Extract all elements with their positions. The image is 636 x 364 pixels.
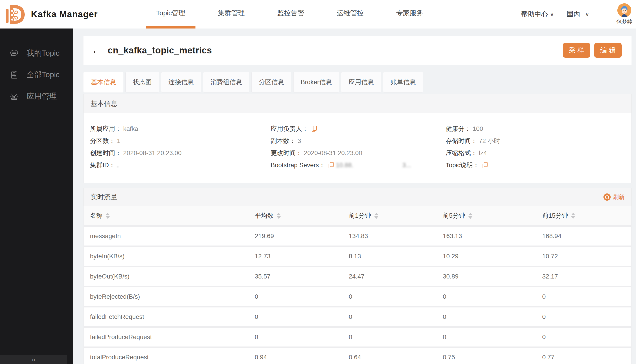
alarm-icon (10, 92, 19, 101)
column-header-name[interactable]: 名称 (90, 212, 255, 220)
help-center-label: 帮助中心 (521, 10, 548, 19)
top-right-controls: 帮助中心 ∨ 国内 ∨ 包梦婷 (521, 3, 636, 25)
sort-icon[interactable] (106, 213, 110, 219)
help-center-menu[interactable]: 帮助中心 ∨ (521, 10, 554, 19)
brand-logo[interactable]: Kafka Manager (3, 3, 98, 26)
basic-info-section-header: 基本信息 (84, 94, 632, 113)
tab-partition-info[interactable]: 分区信息 (251, 72, 291, 92)
table-header-row: 名称 平均数 前1分钟 前5分钟 前15分钟 (84, 206, 631, 227)
sidebar-item-label: 我的Topic (26, 48, 60, 58)
copy-icon[interactable] (328, 162, 334, 168)
chevron-down-icon: ∨ (550, 11, 554, 18)
field-retention-time: 存储时间： 72 小时 (446, 135, 631, 147)
tab-status-chart[interactable]: 状态图 (126, 72, 159, 92)
field-bootstrap-servers: Bootstrap Severs： 10.88. 3... (271, 159, 446, 171)
column-header-last-1min[interactable]: 前1分钟 (349, 212, 443, 220)
field-compression-format: 压缩格式： lz4 (446, 147, 631, 159)
sidebar-item-all-topic[interactable]: 全部Topic (0, 64, 73, 86)
copy-icon[interactable] (482, 162, 488, 168)
section-title: 基本信息 (90, 99, 117, 108)
field-modify-time: 更改时间： 2020-08-31 20:23:00 (271, 147, 446, 159)
page-title: cn_kafka_topic_metrics (108, 45, 212, 56)
top-navigation: Topic管理 集群管理 监控告警 运维管控 专家服务 (146, 0, 446, 28)
refresh-label: 刷新 (613, 193, 624, 201)
tab-basic-info[interactable]: 基本信息 (84, 72, 124, 92)
copy-icon[interactable] (311, 126, 317, 132)
sort-icon[interactable] (374, 213, 378, 219)
field-owner-app: 所属应用： kafka (90, 123, 271, 135)
edit-button[interactable]: 编 辑 (594, 43, 622, 58)
field-cluster-id: 集群ID： . (90, 159, 271, 171)
tab-billing-info[interactable]: 账单信息 (383, 72, 423, 92)
table-row: failedProduceRequest 0 0 0 0 (84, 328, 631, 348)
main-content: ← cn_kafka_topic_metrics 采 样 编 辑 基本信息 状态… (73, 28, 636, 364)
back-arrow-icon[interactable]: ← (92, 45, 102, 55)
tab-app-info[interactable]: 应用信息 (341, 72, 381, 92)
field-partition-count: 分区数： 1 (90, 135, 271, 147)
user-name: 包梦婷 (616, 18, 632, 25)
topic-title-card: ← cn_kafka_topic_metrics 采 样 编 辑 (84, 36, 632, 65)
table-row: totalProduceRequest 0.94 0.64 0.75 0.77 (84, 348, 631, 364)
field-replica-count: 副本数： 3 (271, 135, 446, 147)
refresh-icon (604, 194, 611, 201)
sidebar-item-label: 全部Topic (26, 70, 60, 80)
field-app-owner: 应用负责人： (271, 123, 446, 135)
nav-ops-control[interactable]: 运维管控 (327, 0, 374, 28)
sidebar: 我的Topic 全部Topic 应用管理 « (0, 28, 73, 364)
nav-topic-management[interactable]: Topic管理 (146, 0, 196, 28)
sidebar-item-app-management[interactable]: 应用管理 (0, 86, 73, 107)
avatar (617, 3, 631, 17)
region-selector[interactable]: 国内 ∨ (567, 10, 589, 19)
refresh-button[interactable]: 刷新 (604, 193, 624, 201)
app-title: Kafka Manager (31, 9, 98, 19)
column-header-last-15min[interactable]: 前15分钟 (542, 212, 631, 220)
section-title: 实时流量 (90, 192, 117, 202)
user-menu[interactable]: 包梦婷 (616, 3, 632, 25)
title-actions: 采 样 编 辑 (563, 43, 622, 58)
tab-connection-info[interactable]: 连接信息 (161, 72, 201, 92)
table-row: messageIn 219.69 134.83 163.13 168.94 (84, 227, 631, 247)
detail-tabs: 基本信息 状态图 连接信息 消费组信息 分区信息 Broker信息 应用信息 账… (84, 72, 632, 92)
top-bar: Kafka Manager Topic管理 集群管理 监控告警 运维管控 专家服… (0, 0, 636, 28)
region-label: 国内 (567, 10, 580, 19)
chevron-down-icon: ∨ (585, 11, 589, 18)
tab-consumer-group-info[interactable]: 消费组信息 (203, 72, 249, 92)
sort-icon[interactable] (571, 213, 575, 219)
table-row: failedFetchRequest 0 0 0 0 (84, 308, 631, 328)
table-row: byteRejected(B/s) 0 0 0 0 (84, 287, 631, 308)
column-header-avg[interactable]: 平均数 (255, 212, 349, 220)
table-row: byteIn(KB/s) 12.73 8.13 10.29 10.72 (84, 247, 631, 267)
sidebar-item-label: 应用管理 (26, 91, 57, 102)
nav-expert-service[interactable]: 专家服务 (386, 0, 433, 28)
nav-monitor-alert[interactable]: 监控告警 (267, 0, 314, 28)
basic-info-body: 所属应用： kafka 分区数： 1 创建时间： 2020-08-31 20:2… (84, 113, 632, 183)
collapse-icon: « (32, 356, 36, 363)
realtime-flow-section-header: 实时流量 刷新 (84, 188, 632, 206)
clipboard-icon (10, 70, 19, 80)
sort-icon[interactable] (468, 213, 472, 219)
nav-cluster-management[interactable]: 集群管理 (208, 0, 255, 28)
realtime-flow-table: 名称 平均数 前1分钟 前5分钟 前15分钟 messageIn 219. (84, 206, 632, 364)
field-topic-description: Topic说明： (446, 159, 631, 171)
chat-icon (10, 48, 19, 58)
table-row: byteOut(KB/s) 35.57 24.47 30.89 32.17 (84, 267, 631, 287)
sample-button[interactable]: 采 样 (563, 43, 590, 58)
field-health-score: 健康分： 100 (446, 123, 631, 135)
column-header-last-5min[interactable]: 前5分钟 (443, 212, 542, 220)
app-logo-icon (3, 3, 26, 26)
sort-icon[interactable] (277, 213, 281, 219)
sidebar-item-my-topic[interactable]: 我的Topic (0, 42, 73, 64)
field-create-time: 创建时间： 2020-08-31 20:23:00 (90, 147, 271, 159)
sidebar-collapse-button[interactable]: « (0, 355, 67, 364)
tab-broker-info[interactable]: Broker信息 (293, 72, 339, 92)
